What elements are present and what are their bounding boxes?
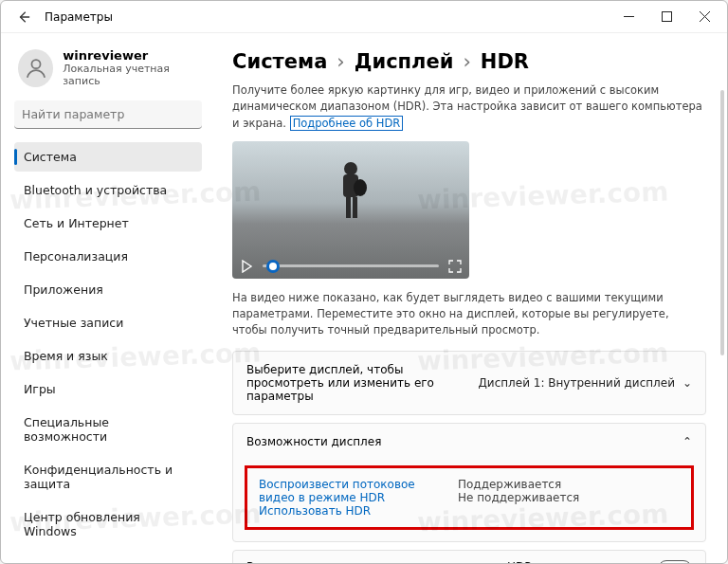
cap-use-hdr-value: Не поддерживается bbox=[458, 491, 579, 504]
toggle-state: Откл. bbox=[617, 562, 650, 564]
svg-rect-0 bbox=[662, 12, 671, 22]
display-capabilities-box: Воспроизвести потоковое видео в режиме H… bbox=[245, 465, 694, 530]
cap-use-hdr-label[interactable]: Использовать HDR bbox=[259, 504, 429, 518]
display-capabilities-header[interactable]: Возможности дисплея ⌃ bbox=[233, 424, 705, 460]
intro-text: Получите более яркую картинку для игр, в… bbox=[232, 82, 706, 132]
chevron-up-icon: ⌃ bbox=[682, 435, 692, 448]
preview-description: На видео ниже показано, как будет выгляд… bbox=[232, 290, 706, 339]
breadcrumb-system[interactable]: Система bbox=[232, 50, 327, 73]
sidebar: winreviewer Локальная учетная запись Сис… bbox=[1, 33, 211, 563]
stream-hdr-title: Воспроизвести потоковое видео в режиме H… bbox=[246, 560, 606, 564]
nav-accessibility[interactable]: Специальные возможности bbox=[14, 408, 202, 451]
minimize-button[interactable] bbox=[610, 3, 647, 31]
nav-bluetooth[interactable]: Bluetooth и устройства bbox=[14, 175, 202, 205]
nav-gaming[interactable]: Игры bbox=[14, 374, 202, 404]
nav-accounts[interactable]: Учетные записи bbox=[14, 308, 202, 337]
video-figure bbox=[329, 159, 373, 220]
nav-privacy[interactable]: Конфиденциальность и защита bbox=[14, 455, 202, 499]
maximize-button[interactable] bbox=[647, 3, 685, 31]
display-select-dropdown[interactable]: Дисплей 1: Внутренний дисплей⌄ bbox=[478, 376, 692, 390]
scrollbar[interactable] bbox=[720, 90, 724, 355]
nav-network[interactable]: Сеть и Интернет bbox=[14, 209, 202, 238]
video-slider[interactable] bbox=[263, 264, 439, 267]
fullscreen-icon[interactable] bbox=[448, 260, 462, 273]
breadcrumb: Система › Дисплей › HDR bbox=[232, 50, 706, 73]
nav-windows-update[interactable]: Центр обновления Windows bbox=[14, 502, 202, 546]
svg-rect-5 bbox=[353, 197, 357, 218]
svg-point-2 bbox=[344, 162, 357, 175]
nav-time-language[interactable]: Время и язык bbox=[14, 341, 202, 371]
breadcrumb-display[interactable]: Дисплей bbox=[355, 50, 454, 73]
chevron-right-icon: › bbox=[463, 50, 470, 73]
stream-hdr-toggle[interactable] bbox=[658, 560, 692, 564]
stream-hdr-card: Воспроизвести потоковое видео в режиме H… bbox=[232, 550, 706, 564]
slider-thumb[interactable] bbox=[266, 260, 280, 273]
app-title: Параметры bbox=[45, 10, 113, 24]
settings-window: Параметры winreviewer Локальная учетная … bbox=[0, 0, 728, 564]
display-capabilities-card: Возможности дисплея ⌃ Воспроизвести пото… bbox=[232, 423, 706, 542]
chevron-down-icon: ⌄ bbox=[682, 376, 692, 390]
nav-system[interactable]: Система bbox=[14, 142, 202, 172]
display-select-label: Выберите дисплей, чтобы просмотреть или … bbox=[246, 363, 466, 403]
nav-personalization[interactable]: Персонализация bbox=[14, 242, 202, 271]
nav-list: Система Bluetooth и устройства Сеть и Ин… bbox=[14, 142, 202, 550]
user-name: winreviewer bbox=[63, 48, 200, 63]
user-sub: Локальная учетная запись bbox=[63, 63, 200, 87]
chevron-right-icon: › bbox=[337, 50, 344, 73]
svg-point-6 bbox=[354, 179, 367, 196]
main-panel: Система › Дисплей › HDR Получите более я… bbox=[211, 33, 727, 563]
display-select-card: Выберите дисплей, чтобы просмотреть или … bbox=[232, 351, 706, 415]
breadcrumb-hdr: HDR bbox=[481, 50, 529, 73]
cap-stream-hdr-value: Поддерживается bbox=[458, 478, 579, 491]
play-icon[interactable] bbox=[240, 260, 253, 273]
titlebar: Параметры bbox=[1, 1, 727, 33]
learn-more-hdr-link[interactable]: Подробнее об HDR bbox=[290, 116, 404, 131]
nav-apps[interactable]: Приложения bbox=[14, 275, 202, 304]
back-button[interactable] bbox=[12, 6, 35, 28]
svg-rect-4 bbox=[346, 197, 351, 218]
preview-video[interactable] bbox=[232, 141, 469, 279]
cap-stream-hdr-label[interactable]: Воспроизвести потоковое видео в режиме H… bbox=[259, 478, 429, 504]
avatar bbox=[18, 49, 53, 87]
search-input[interactable] bbox=[14, 100, 202, 129]
close-button[interactable] bbox=[685, 3, 723, 31]
user-account[interactable]: winreviewer Локальная учетная запись bbox=[18, 48, 200, 87]
svg-point-1 bbox=[31, 60, 40, 68]
